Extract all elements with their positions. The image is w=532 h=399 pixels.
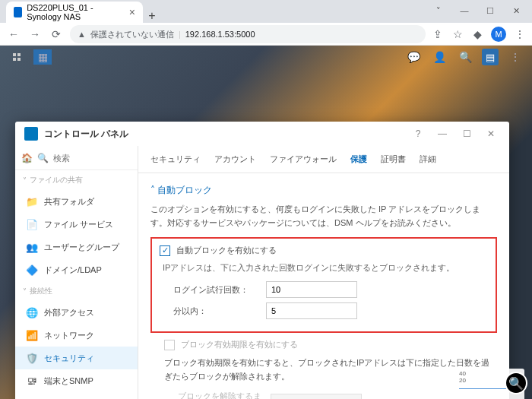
group-connectivity[interactable]: ˅接続性 (15, 281, 138, 301)
control-panel-icon (24, 127, 38, 141)
search-input[interactable] (53, 154, 138, 163)
address-field[interactable]: ▲ 保護されていない通信 | 192.168.1.53:5000 (70, 25, 426, 43)
menu-icon[interactable]: ⋮ (514, 28, 526, 40)
within-input[interactable] (266, 302, 357, 319)
tab-account[interactable]: アカウント (213, 150, 258, 168)
window-minimize-button[interactable]: — (453, 3, 476, 18)
release-label: ブロックを解除するまでの日数： (178, 391, 261, 399)
dsm-desktop: ▦ 💬 👤 🔍 ▤ ⋮ コントロール パネル ? — ☐ ✕ 🏠 🔍 ˅フ (0, 46, 532, 399)
app-grid-icon[interactable] (8, 49, 26, 65)
search-icon: 🔍 (37, 153, 49, 163)
tab-close-icon[interactable]: × (129, 6, 135, 18)
domain-icon: 🔷 (26, 264, 38, 276)
folder-icon: 📁 (26, 195, 38, 207)
not-secure-icon: ▲ (78, 30, 86, 39)
home-icon[interactable]: 🏠 (21, 153, 33, 163)
shield-icon: 🛡️ (26, 352, 38, 364)
browser-chrome: DS220PLUS_01 - Synology NAS × + ˅ — ☐ ✕ … (0, 0, 532, 46)
zoom-icon[interactable]: 🔍 (505, 372, 527, 394)
expiry-label: ブロック有効期限を有効にする (181, 339, 298, 350)
section-auto-block[interactable]: ˄ 自動ブロック (150, 181, 497, 203)
window-titlebar[interactable]: コントロール パネル ? — ☐ ✕ (15, 122, 509, 146)
checkbox-checked-icon[interactable]: ✓ (160, 245, 170, 256)
main-panel: セキュリティ アカウント ファイアウォール 保護 証明書 詳細 ˄ 自動ブロック… (138, 146, 509, 399)
reload-button[interactable]: ⟳ (49, 28, 64, 40)
user-icon[interactable]: 👤 (430, 49, 448, 65)
tab-firewall[interactable]: ファイアウォール (268, 150, 338, 168)
sidebar-search: 🏠 🔍 (15, 146, 138, 170)
bookmark-icon[interactable]: ☆ (451, 28, 464, 40)
browser-tab[interactable]: DS220PLUS_01 - Synology NAS × (6, 2, 143, 23)
control-panel-window: コントロール パネル ? — ☐ ✕ 🏠 🔍 ˅ファイルの共有 📁共有フォルダ … (15, 122, 509, 399)
tab-bar: DS220PLUS_01 - Synology NAS × + ˅ — ☐ ✕ (0, 0, 532, 23)
taskbar-app-icon[interactable]: ▦ (33, 49, 52, 65)
group-system[interactable]: ˅システム (15, 392, 138, 399)
highlighted-settings: ✓ 自動ブロックを有効にする IPアドレスは、下に入力された回数ログインに失敗す… (150, 237, 497, 333)
forward-button[interactable]: → (27, 28, 43, 40)
sidebar-external-access[interactable]: 🌐外部アクセス (15, 301, 138, 324)
tab-protection[interactable]: 保護 (349, 150, 369, 168)
file-icon: 📄 (26, 218, 38, 230)
close-button[interactable]: ✕ (482, 128, 500, 139)
tab-certificate[interactable]: 証明書 (379, 150, 407, 168)
options-icon[interactable]: ⋮ (506, 49, 524, 65)
release-input (271, 394, 362, 399)
enable-expiry-row[interactable]: ブロック有効期限を有効にする (164, 339, 497, 350)
users-icon: 👥 (26, 241, 38, 253)
sidebar-users-groups[interactable]: 👥ユーザーとグループ (15, 236, 138, 258)
sidebar-network[interactable]: 📶ネットワーク (15, 324, 138, 347)
new-tab-button[interactable]: + (143, 9, 161, 23)
help-button[interactable]: ? (409, 128, 427, 139)
network-icon: 📶 (26, 329, 38, 341)
sub-description: IPアドレスは、下に入力された回数ログインに失敗するとブロックされます。 (163, 262, 488, 274)
tab-security[interactable]: セキュリティ (149, 150, 202, 168)
share-icon[interactable]: ⇪ (432, 28, 444, 40)
profile-avatar[interactable]: M (491, 27, 506, 42)
sidebar-shared-folder[interactable]: 📁共有フォルダ (15, 190, 138, 213)
enable-auto-block-row[interactable]: ✓ 自動ブロックを有効にする (160, 245, 488, 256)
url-text: 192.168.1.53:5000 (185, 30, 255, 39)
enable-label: 自動ブロックを有効にする (176, 245, 277, 256)
sidebar-terminal-snmp[interactable]: 🖳端末とSNMP (15, 369, 138, 392)
section-description: このオプションを有効にすると、何度もログインに失敗した IP アドレスをブロック… (150, 203, 497, 230)
address-bar: ← → ⟳ ▲ 保護されていない通信 | 192.168.1.53:5000 ⇪… (0, 23, 532, 46)
tab-advanced[interactable]: 詳細 (418, 150, 438, 168)
globe-icon: 🌐 (26, 306, 38, 318)
attempts-input[interactable] (266, 281, 357, 298)
dsm-taskbar: ▦ 💬 👤 🔍 ▤ ⋮ (0, 46, 532, 68)
window-close-button[interactable]: ✕ (505, 3, 527, 18)
sidebar-security[interactable]: 🛡️セキュリティ (15, 347, 138, 369)
sidebar-domain-ldap[interactable]: 🔷ドメイン/LDAP (15, 258, 138, 281)
tab-bar: セキュリティ アカウント ファイアウォール 保護 証明書 詳細 (138, 146, 509, 173)
window-title: コントロール パネル (44, 128, 128, 141)
extension-icon[interactable]: ◆ (471, 28, 483, 40)
within-label: 分以内： (173, 306, 257, 317)
chat-icon[interactable]: 💬 (404, 49, 423, 65)
terminal-icon: 🖳 (26, 375, 38, 387)
minimize-button[interactable]: — (433, 128, 451, 139)
security-label: 保護されていない通信 (90, 29, 174, 40)
attempts-label: ログイン試行回数： (173, 284, 257, 296)
back-button[interactable]: ← (6, 28, 21, 40)
window-maximize-button[interactable]: ☐ (479, 3, 502, 18)
checkbox-unchecked-icon[interactable] (164, 340, 175, 350)
tab-favicon (14, 7, 22, 17)
maximize-button[interactable]: ☐ (458, 128, 476, 139)
widgets-icon[interactable]: ▤ (482, 49, 499, 65)
content-area: ˄ 自動ブロック このオプションを有効にすると、何度もログインに失敗した IP … (138, 173, 509, 399)
sidebar: 🏠 🔍 ˅ファイルの共有 📁共有フォルダ 📄ファイル サービス 👥ユーザーとグル… (15, 146, 138, 399)
chevron-down-icon[interactable]: ˅ (427, 3, 450, 18)
expiry-description: ブロック有効期限を有効にすると、ブロックされたIPアドレスは下に指定した日数を過… (164, 356, 497, 383)
sidebar-file-services[interactable]: 📄ファイル サービス (15, 213, 138, 236)
tab-title: DS220PLUS_01 - Synology NAS (27, 3, 125, 21)
search-icon[interactable]: 🔍 (456, 49, 474, 65)
group-file-sharing[interactable]: ˅ファイルの共有 (15, 170, 138, 190)
